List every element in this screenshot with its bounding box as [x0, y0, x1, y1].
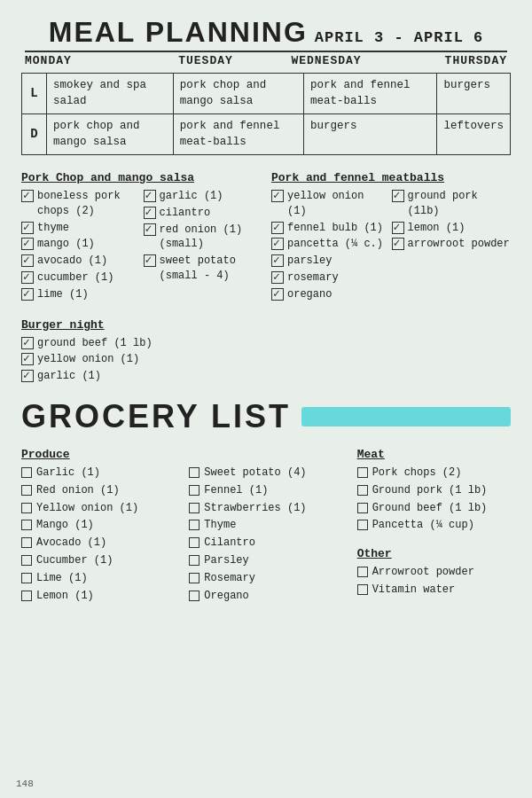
list-item: red onion (1) (small) — [144, 223, 262, 253]
fennel-list-right: ground pork (1lb) lemon (1) arrowroot po… — [392, 189, 511, 304]
list-item: garlic (1) — [21, 369, 511, 384]
day-wednesday: WEDNESDAY — [266, 51, 387, 67]
checkbox — [21, 370, 34, 382]
checkbox — [189, 503, 200, 513]
item-text: Oregano — [204, 589, 248, 604]
checkbox — [21, 503, 32, 513]
list-item: Vitamin water — [357, 583, 511, 598]
table-row: D pork chop and mango salsa pork and fen… — [22, 114, 511, 155]
list-item: Yellow onion (1) — [21, 501, 175, 516]
list-item: Oregano — [189, 589, 342, 604]
checkbox — [144, 223, 156, 236]
checkbox — [357, 485, 368, 496]
item-text: oregano — [287, 287, 332, 302]
day-thursday: THURSDAY — [387, 51, 507, 67]
checkbox — [21, 353, 34, 365]
checkbox — [21, 271, 34, 284]
burger-title: Burger night — [21, 318, 511, 332]
meal-label-dinner: D — [22, 114, 47, 155]
meat-other-col: Meat Pork chops (2) Ground pork (1 lb) G… — [357, 448, 511, 606]
table-row: L smokey and spa salad pork chop and man… — [22, 74, 511, 114]
checkbox — [21, 190, 34, 202]
burger-section: Burger night ground beef (1 lb) yellow o… — [21, 318, 511, 384]
item-text: Pork chops (2) — [372, 466, 462, 481]
list-item: thyme — [21, 221, 135, 236]
checkbox — [189, 485, 200, 496]
grocery-grid: Produce Garlic (1) Red onion (1) Yellow … — [21, 448, 511, 606]
list-item: Arrowroot powder — [357, 565, 511, 580]
list-item: garlic (1) — [144, 189, 262, 204]
item-text: Thyme — [204, 518, 236, 533]
header: MEAL PLANNING APRIL 3 - APRIL 6 MONDAY T… — [21, 16, 511, 67]
item-text: Lemon (1) — [36, 589, 94, 604]
checkbox — [392, 238, 404, 250]
fennel-title: Pork and fennel meatballs — [271, 171, 511, 184]
item-text: Red onion (1) — [36, 483, 120, 498]
list-item: Garlic (1) — [21, 466, 175, 481]
checkbox — [144, 254, 156, 267]
pork-chop-list-left: boneless pork chops (2) thyme mango (1) … — [21, 189, 135, 304]
list-item: Lemon (1) — [21, 589, 175, 604]
checkbox — [271, 254, 284, 267]
list-item: Lime (1) — [21, 571, 175, 586]
item-text: Cucumber (1) — [36, 553, 113, 568]
list-item: mango (1) — [21, 237, 135, 252]
list-item: Avocado (1) — [21, 536, 175, 551]
monday-dinner: pork chop and mango salsa — [47, 114, 174, 155]
checkbox — [21, 520, 32, 530]
list-item: fennel bulb (1) — [271, 221, 385, 236]
list-item: Thyme — [189, 518, 342, 533]
item-text: Garlic (1) — [36, 466, 100, 481]
item-text: Avocado (1) — [36, 536, 106, 551]
days-row: MONDAY TUESDAY WEDNESDAY THURSDAY — [21, 51, 511, 67]
checkbox — [189, 537, 200, 548]
item-text: Fennel (1) — [204, 483, 268, 498]
item-text: lemon (1) — [408, 221, 466, 236]
checkbox — [271, 222, 284, 234]
list-item: pancetta (¼ c.) — [271, 237, 385, 252]
item-text: lime (1) — [37, 287, 89, 302]
date-range: APRIL 3 - APRIL 6 — [315, 29, 483, 46]
list-item: Rosemary — [189, 571, 342, 586]
item-text: Parsley — [204, 553, 248, 568]
item-text: Sweet potato (4) — [204, 466, 306, 481]
item-text: boneless pork chops (2) — [37, 189, 135, 219]
recipe-sections: Pork Chop and mango salsa boneless pork … — [21, 171, 511, 304]
checkbox — [271, 288, 284, 301]
checkbox — [189, 555, 200, 566]
checkbox — [189, 467, 200, 478]
meal-table: L smokey and spa salad pork chop and man… — [21, 73, 511, 155]
item-text: yellow onion (1) — [287, 189, 385, 219]
list-item: yellow onion (1) — [271, 189, 385, 219]
checkbox — [357, 520, 368, 530]
list-item: Fennel (1) — [189, 483, 342, 498]
checkbox — [392, 222, 404, 234]
tuesday-dinner: pork and fennel meat-balls — [173, 114, 303, 155]
checkbox — [357, 567, 368, 577]
list-item: Pork chops (2) — [357, 466, 511, 481]
other-title: Other — [357, 547, 511, 560]
checkbox — [21, 573, 32, 583]
wednesday-lunch: pork and fennel meat-balls — [304, 74, 437, 114]
list-item: ground pork (1lb) — [392, 189, 511, 219]
item-text: avocado (1) — [37, 254, 107, 269]
checkbox — [21, 222, 34, 234]
list-item: sweet potato (small - 4) — [144, 254, 262, 284]
grocery-header: GROCERY LIST — [21, 398, 511, 435]
checkbox — [357, 584, 368, 595]
item-text: garlic (1) — [37, 369, 101, 384]
main-title: MEAL PLANNING — [49, 16, 308, 49]
item-text: ground beef (1 lb) — [37, 336, 153, 351]
grocery-highlight-bar — [301, 407, 511, 426]
list-item: lemon (1) — [392, 221, 511, 236]
monday-lunch: smokey and spa salad — [47, 74, 174, 114]
item-text: Ground beef (1 lb) — [372, 501, 488, 516]
item-text: garlic (1) — [160, 189, 223, 204]
checkbox — [21, 238, 34, 250]
list-item: Cilantro — [189, 536, 342, 551]
wednesday-dinner: burgers — [304, 114, 437, 155]
item-text: yellow onion (1) — [37, 352, 139, 367]
item-text: sweet potato (small - 4) — [160, 254, 262, 284]
item-text: parsley — [287, 254, 332, 269]
item-text: cilantro — [160, 206, 211, 221]
